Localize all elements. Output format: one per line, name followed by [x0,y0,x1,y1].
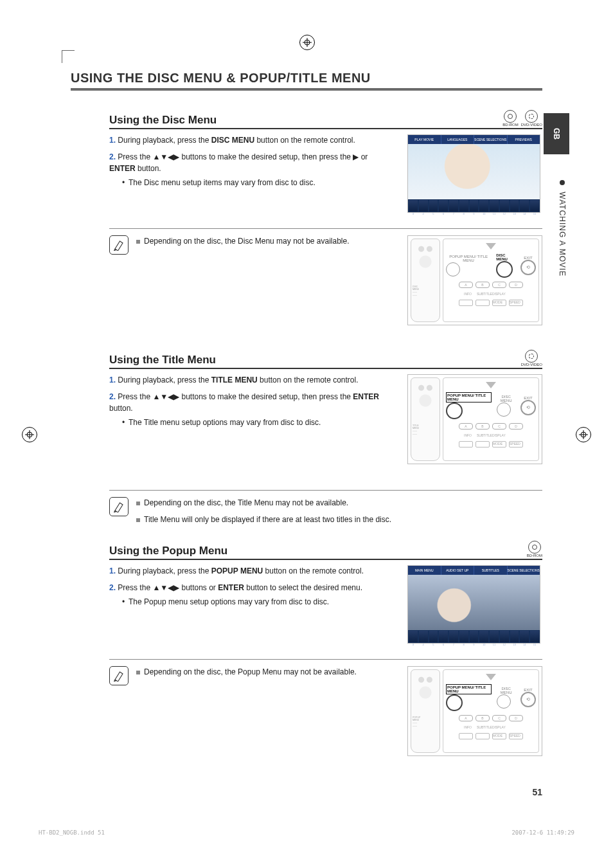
note-icon [109,497,129,516]
example-screenshot: PLAY MOVIE LANGUAGES SCENE SELECTIONS PR… [407,134,540,213]
step-sub: The Title menu setup options may vary fr… [129,417,395,428]
remote-button: SPEED [509,300,523,306]
remote-button [497,694,511,709]
remote-button: B [475,282,490,288]
page-content: USING THE DISC MENU & POPUP/TITLE MENU U… [71,71,542,797]
remote-label: DISPLAY [492,725,505,729]
remote-button: A [459,423,473,429]
page-number: 51 [532,787,542,797]
note-text: Depending on the disc, the Popup Menu ma… [144,667,357,676]
remote-button: SPEED [509,441,523,448]
step-number: 1. [109,375,116,384]
remote-label: DISPLAY [492,292,505,296]
menu-tab: SUBTITLES [474,566,508,575]
step-text: buttons or [179,583,218,592]
step-text: Press the [118,392,152,401]
step-text: button to select the desired menu. [244,583,362,592]
remote-button: C [492,423,506,429]
remote-button-highlight [446,402,463,419]
step-text: Press the [118,583,152,592]
button-name: ENTER [353,392,379,401]
step-text: button on the remote control. [258,375,359,384]
remote-label [508,292,520,296]
menu-tab: AUDIO SET UP [441,566,475,575]
section-heading-disc: Using the Disc Menu [109,114,217,127]
bullet-icon [136,240,140,244]
bd-rom-icon: BD-ROM [527,541,542,557]
remote-button-highlight [496,261,513,278]
note-text: Depending on the disc, the Title Menu ma… [144,498,348,507]
remote-button: D [509,423,523,429]
registration-mark-icon [299,35,315,50]
remote-button: MODE [492,300,506,306]
button-name: ENTER [218,583,244,592]
remote-label [508,433,520,437]
step-text: button on the remote control. [254,136,355,145]
remote-button: ⟲ [520,692,536,707]
menu-tab: PLAY MOVIE [408,135,441,144]
remote-button: D [509,715,523,721]
menu-tab: SCENE SELECTIONS [474,135,508,144]
step-number: 2. [109,583,116,592]
remote-label: INFO [461,292,474,296]
remote-diagram: DISCMENU———— POPUP MENU/ TITLE MENU DISC… [407,235,542,325]
menu-tab: MAIN MENU [408,566,441,575]
dvd-video-icon: DVD-VIDEO [521,350,542,366]
step-text: or [359,152,368,161]
remote-label: EXIT [520,688,536,692]
manual-page: GB WATCHING A MOVIE USING THE DISC MENU … [0,0,613,868]
page-title: USING THE DISC MENU & POPUP/TITLE MENU [71,71,542,91]
step-number: 1. [109,566,116,575]
remote-button [475,733,490,739]
remote-label: SUBTITLE [477,725,490,729]
note-icon [109,666,129,685]
remote-label: INFO [461,433,474,437]
source-file-label: HT-BD2_NOGB.indd 51 [39,829,105,836]
remote-icon: TITLEMENU———— [411,377,440,461]
remote-button: ⟲ [520,400,536,415]
remote-button: C [492,715,506,721]
step-text: button. [136,164,161,173]
step-number: 1. [109,136,116,145]
menu-tab: PREVIEWS [508,135,540,144]
button-name: ENTER [109,164,136,173]
bullet-icon [136,518,140,522]
remote-button [497,402,511,417]
step-text: During playback, press the [118,136,211,145]
remote-label: EXIT [520,256,536,260]
example-screenshot: MAIN MENU AUDIO SET UP SUBTITLES SCENE S… [407,565,540,644]
note-text: Depending on the disc, the Disc Menu may… [144,237,350,246]
remote-button [475,300,490,306]
remote-button: SPEED [509,733,523,739]
remote-label: POPUP MENU/ TITLE MENU [446,255,491,262]
bullet-icon [136,671,140,674]
menu-tab: LANGUAGES [441,135,475,144]
remote-button-highlight [446,694,463,711]
remote-button: MODE [492,733,506,739]
step-text: buttons to make the desired setup, then … [179,392,353,401]
arrow-icons: ▲▼◀▶ [152,392,179,401]
remote-button: B [475,423,490,429]
step-text: During playback, press the [118,375,211,384]
remote-button: MODE [492,441,506,448]
language-tab: GB [544,113,569,154]
button-name: TITLE MENU [211,375,258,384]
dpad-arrow-icon [486,243,496,249]
bd-rom-icon: BD-ROM [502,110,518,127]
button-name: POPUP MENU [211,566,263,575]
remote-button: A [459,715,473,721]
note-text: Title Menu will only be displayed if the… [144,515,391,524]
bullet-icon [560,180,565,185]
remote-detail: POPUP MENU/ TITLE MENU DISC MENU EXIT⟲ A… [443,377,539,461]
step-text: buttons to make the desired setup, then … [179,152,353,161]
step-number: 2. [109,152,116,161]
crop-mark [62,50,62,63]
remote-label: EXIT [520,396,536,400]
step-text: button on the remote control. [263,566,364,575]
registration-mark-icon [22,427,37,442]
timestamp-label: 2007-12-6 11:49:29 [511,829,574,836]
remote-button: A [459,282,473,288]
remote-label: SUBTITLE [477,433,490,437]
menu-tab: SCENE SELECTIONS [508,566,540,575]
print-footer: HT-BD2_NOGB.indd 51 2007-12-6 11:49:29 [39,829,574,836]
